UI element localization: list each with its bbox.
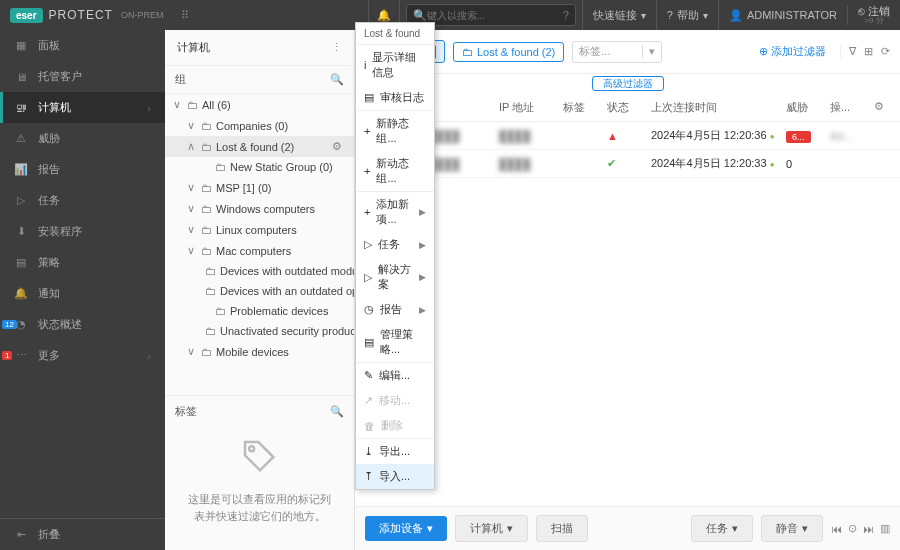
mute-button[interactable]: 静音 ▾ [761,515,823,542]
table-header: △ 名称 IP 地址 标签 状态 上次连接时间 威胁 操... ⚙ [355,94,900,122]
tree-node[interactable]: ∧🗀Lost & found (2)⚙ [165,136,354,157]
table-row[interactable]: △ ███████ ████ ✔ 2024年4月5日 12:20:33 ● 0 [355,150,900,178]
page-first-icon[interactable]: ⏮ [831,523,842,535]
tree-node[interactable]: ∨🗀MSP [1] (0) [165,177,354,198]
sidebar-item-4[interactable]: 📊报告 [0,154,165,185]
ctx-label: 报告 [380,302,402,317]
sidebar-icon: ⬇ [14,225,28,238]
col-tags[interactable]: 标签 [563,100,603,115]
col-action[interactable]: 操... [830,100,870,115]
context-menu-item[interactable]: ⤒导入... [356,464,434,489]
search-help-icon[interactable]: ? [563,9,569,21]
tag-filter-input[interactable]: 标签...▾ [572,41,662,63]
groups-tree[interactable]: ∨🗀All (6)∨🗀Companies (0)∧🗀Lost & found (… [165,94,354,395]
col-status[interactable]: 状态 [607,100,647,115]
ctx-icon: ▷ [364,238,372,251]
tags-search-icon[interactable]: 🔍 [330,405,344,418]
sidebar-item-8[interactable]: 🔔通知 [0,278,165,309]
add-filter-button[interactable]: ⊕添加过滤器 [759,44,826,59]
sidebar-item-0[interactable]: ▦面板 [0,30,165,61]
refresh-icon[interactable]: ⟳ [881,45,890,58]
panel-more-icon[interactable]: ⋮ [331,41,342,54]
tree-chevron-icon[interactable]: ∨ [187,119,197,132]
tree-node[interactable]: ∨🗀All (6) [165,94,354,115]
collapse-icon: ⇤ [14,528,28,541]
add-device-button[interactable]: 添加设备 ▾ [365,516,447,541]
sidebar-label: 托管客户 [38,69,82,84]
sidebar-item-10[interactable]: 1⋯更多› [0,340,165,371]
page-last-icon[interactable]: ⏭ [863,523,874,535]
apps-grid-icon[interactable]: ⠿ [181,9,189,22]
tree-chevron-icon[interactable]: ∨ [187,345,197,358]
sidebar-item-1[interactable]: 🖥托管客户 [0,61,165,92]
tree-chevron-icon[interactable]: ∨ [173,98,183,111]
ctx-icon: ▤ [364,91,374,104]
tree-node[interactable]: 🗀Unactivated security product [165,321,354,341]
group-filter-chip[interactable]: 🗀Lost & found (2) [453,42,564,62]
tree-chevron-icon[interactable]: ∨ [187,223,197,236]
tree-node[interactable]: ∨🗀Linux computers [165,219,354,240]
sidebar-item-2[interactable]: 🖳计算机› [0,92,165,123]
context-menu-item[interactable]: +添加新项...▶ [356,192,434,232]
tree-node[interactable]: 🗀Problematic devices [165,301,354,321]
computers-button[interactable]: 计算机 ▾ [455,515,528,542]
col-ip[interactable]: IP 地址 [499,100,559,115]
sidebar-icon: ⋯ [14,349,28,362]
tree-node[interactable]: ∨🗀Windows computers [165,198,354,219]
tree-node[interactable]: 🗀New Static Group (0) [165,157,354,177]
advanced-filter-button[interactable]: 高级过滤器 [592,76,664,91]
search-input[interactable] [427,10,563,21]
tree-node[interactable]: 🗀Devices with outdated modules [165,261,354,281]
tree-label: Companies (0) [216,120,288,132]
quick-links-button[interactable]: 快速链接 ▾ [582,0,656,30]
tree-node[interactable]: ∨🗀Companies (0) [165,115,354,136]
pager[interactable]: ⏮ ⊙ ⏭ ▥ [831,522,890,535]
filter-icon[interactable]: ∇ [849,45,856,58]
tree-chevron-icon[interactable]: ∨ [187,202,197,215]
ctx-icon: ▤ [364,336,374,349]
context-menu-item[interactable]: ⤓导出... [356,439,434,464]
context-menu-item[interactable]: ▷任务▶ [356,232,434,257]
sidebar-item-3[interactable]: ⚠威胁 [0,123,165,154]
tree-label: Lost & found (2) [216,141,294,153]
context-menu-item[interactable]: +新动态组... [356,151,434,191]
sidebar-item-6[interactable]: ⬇安装程序 [0,216,165,247]
tree-node[interactable]: ∨🗀Mac computers [165,240,354,261]
help-button[interactable]: ?帮助 ▾ [656,0,718,30]
context-menu-item[interactable]: ▤管理策略... [356,322,434,362]
context-menu-item[interactable]: +新静态组... [356,111,434,151]
sidebar-item-5[interactable]: ▷任务 [0,185,165,216]
context-menu-item[interactable]: ▤审核日志 [356,85,434,110]
context-menu-item[interactable]: i显示详细信息 [356,45,434,85]
tree-chevron-icon[interactable]: ∨ [187,181,197,194]
scan-button[interactable]: 扫描 [536,515,588,542]
sidebar-item-9[interactable]: 12◔状态概述 [0,309,165,340]
tree-node[interactable]: ∨🗀Mobile devices [165,341,354,362]
tree-label: All (6) [202,99,231,111]
col-time[interactable]: 上次连接时间 [651,100,782,115]
collapse-sidebar[interactable]: ⇤ 折叠 [0,519,165,550]
logout-button[interactable]: ⎋ 注销 >9 分 [847,5,900,26]
context-menu-item[interactable]: ▷解决方案▶ [356,257,434,297]
tree-chevron-icon[interactable]: ∧ [187,140,197,153]
context-menu-item[interactable]: ◷报告▶ [356,297,434,322]
ctx-icon: ▷ [364,271,372,284]
group-search-icon[interactable]: 🔍 [330,73,344,86]
col-threats[interactable]: 威胁 [786,100,826,115]
sidebar-item-7[interactable]: ▤策略 [0,247,165,278]
tree-chevron-icon[interactable]: ∨ [187,244,197,257]
user-menu[interactable]: 👤ADMINISTRATOR [718,0,847,30]
gear-icon[interactable]: ⚙ [332,140,348,153]
folder-icon: 🗀 [205,285,216,297]
tags-heading: 标签 [175,404,197,419]
context-menu-item[interactable]: ✎编辑... [356,363,434,388]
page-size-icon[interactable]: ▥ [880,522,890,535]
tasks-button[interactable]: 任务 ▾ [691,515,753,542]
tree-node[interactable]: 🗀Devices with an outdated operating syst… [165,281,354,301]
preset-icon[interactable]: ⊞ [864,45,873,58]
brand-name: PROTECT [49,8,113,22]
context-menu[interactable]: Lost & found i显示详细信息▤审核日志+新静态组...+新动态组..… [355,22,435,490]
table-settings-icon[interactable]: ⚙ [874,100,892,115]
ctx-icon: + [364,125,370,137]
table-row[interactable]: △ ███████ ████ ▲ 2024年4月5日 12:20:36 ● 6.… [355,122,900,150]
